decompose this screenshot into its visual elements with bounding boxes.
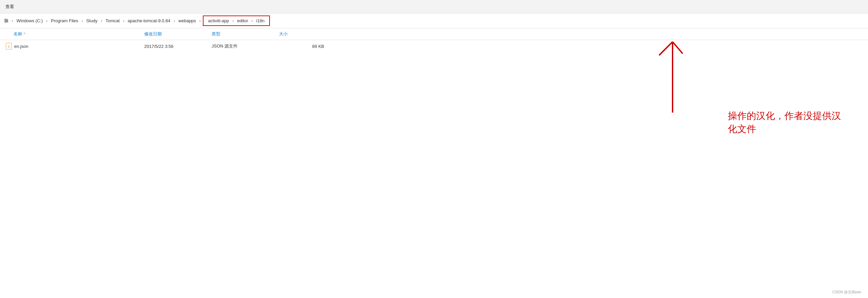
json-file-icon	[6, 43, 12, 50]
sort-arrow-icon: ^	[24, 32, 25, 36]
svg-line-2	[673, 42, 683, 54]
main-content: 名称 ^ 修改日期 类型 大小 en.json 2017/5/22 3:56 J…	[0, 28, 868, 52]
file-name-cell: en.json	[0, 41, 142, 51]
breadcrumb-item-5[interactable]: apache-tomcat-9.0.84	[126, 18, 172, 24]
annotation-arrow	[646, 35, 700, 116]
file-type: JSON 源文件	[209, 42, 276, 51]
table-row[interactable]: en.json 2017/5/22 3:56 JSON 源文件 89 KB	[0, 40, 868, 52]
toolbar: 查看	[0, 0, 868, 13]
breadcrumb-item-0[interactable]: 脑	[3, 17, 10, 25]
breadcrumb-item-4[interactable]: Tomcat	[104, 18, 121, 24]
breadcrumb-highlighted-box: activiti-app › editor › i18n	[203, 16, 270, 26]
breadcrumb-item-i18n[interactable]: i18n	[255, 18, 266, 24]
column-header-name[interactable]: 名称 ^	[0, 30, 142, 38]
breadcrumb-section: 脑 › Windows (C:) › Program Files › Study…	[3, 17, 202, 25]
breadcrumb-item-2[interactable]: Program Files	[50, 18, 80, 24]
breadcrumb-sep-2: ›	[81, 19, 84, 23]
breadcrumb-item-3[interactable]: Study	[85, 18, 99, 24]
breadcrumb-sep-3: ›	[100, 19, 103, 23]
breadcrumb-item-1[interactable]: Windows (C:)	[15, 18, 44, 24]
annotation-container: 操作的汉化，作者没提供汉化文件	[728, 109, 841, 136]
toolbar-label: 查看	[5, 4, 14, 10]
column-header-type[interactable]: 类型	[209, 30, 276, 38]
breadcrumb-sep-5: ›	[173, 19, 176, 23]
breadcrumb-item-activiti[interactable]: activiti-app	[207, 18, 230, 24]
breadcrumb-sep-h0: ›	[232, 19, 235, 23]
file-date: 2017/5/22 3:56	[142, 42, 209, 50]
file-size: 89 KB	[276, 42, 327, 50]
breadcrumb-item-6[interactable]: webapps	[177, 18, 197, 24]
breadcrumb-sep-6: ›	[199, 19, 202, 23]
breadcrumb-bar: 脑 › Windows (C:) › Program Files › Study…	[0, 13, 868, 28]
breadcrumb-sep-4: ›	[122, 19, 125, 23]
file-icon	[5, 43, 12, 50]
svg-line-1	[659, 42, 673, 55]
breadcrumb-sep-h1: ›	[251, 19, 253, 23]
column-header-date[interactable]: 修改日期	[142, 30, 209, 38]
breadcrumb-sep-1: ›	[45, 19, 48, 23]
file-list-header: 名称 ^ 修改日期 类型 大小	[0, 28, 868, 40]
watermark: CSDN @北风toto	[832, 290, 861, 295]
breadcrumb-item-editor[interactable]: editor	[236, 18, 250, 24]
breadcrumb-sep-0: ›	[11, 19, 14, 23]
file-name: en.json	[14, 44, 28, 49]
column-header-size[interactable]: 大小	[276, 30, 327, 38]
annotation-text: 操作的汉化，作者没提供汉化文件	[728, 109, 841, 136]
